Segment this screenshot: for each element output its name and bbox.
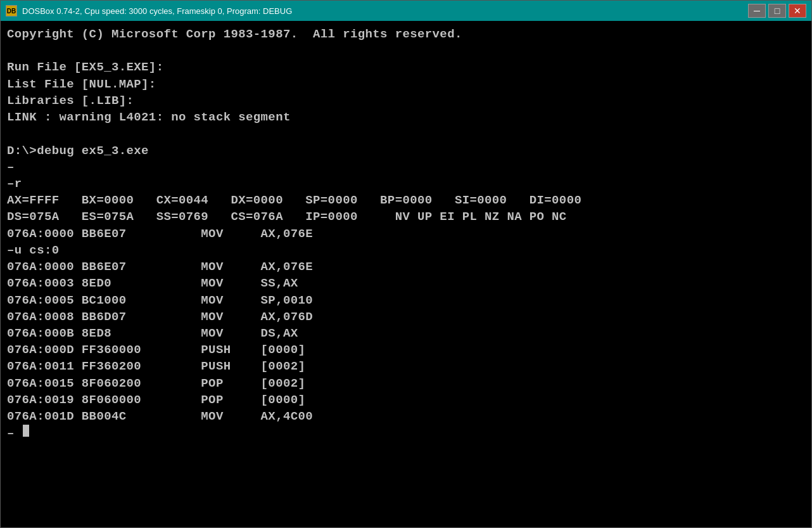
minimize-button[interactable]: ─ bbox=[748, 4, 766, 18]
terminal-screen[interactable]: Copyright (C) Microsoft Corp 1983-1987. … bbox=[1, 21, 811, 527]
title-bar-left: DB DOSBox 0.74-2, Cpu speed: 3000 cycles… bbox=[6, 5, 292, 16]
maximize-button[interactable]: □ bbox=[768, 4, 786, 18]
icon-text: DB bbox=[7, 8, 16, 15]
terminal-cursor bbox=[23, 425, 29, 437]
window-title: DOSBox 0.74-2, Cpu speed: 3000 cycles, F… bbox=[22, 6, 292, 16]
window-controls: ─ □ ✕ bbox=[748, 4, 806, 18]
dosbox-icon: DB bbox=[6, 5, 17, 16]
close-button[interactable]: ✕ bbox=[789, 4, 806, 18]
title-bar: DB DOSBox 0.74-2, Cpu speed: 3000 cycles… bbox=[1, 1, 811, 21]
dosbox-window: DB DOSBox 0.74-2, Cpu speed: 3000 cycles… bbox=[0, 0, 812, 528]
